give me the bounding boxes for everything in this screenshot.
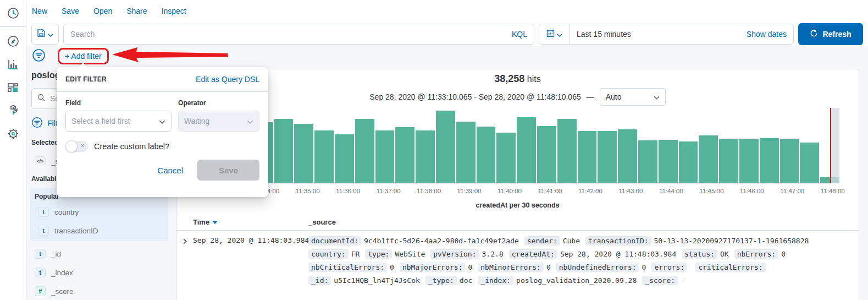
management-gear-icon[interactable]	[7, 127, 20, 140]
source-field-criticalErrors: criticalErrors:	[695, 261, 768, 274]
nav-link-open[interactable]: Open	[93, 7, 112, 15]
cancel-button[interactable]: Cancel	[157, 166, 183, 175]
histogram-bar-11:46:30[interactable]	[760, 138, 779, 183]
histogram-bar-11:38:00[interactable]	[416, 130, 435, 183]
source-field-name: status:	[682, 249, 717, 259]
nav-link-new[interactable]: New	[32, 7, 47, 15]
interval-select[interactable]: Auto	[600, 88, 666, 106]
source-field-value: u5Ic1HQB_ln4Tj4JsCok	[334, 276, 420, 285]
dashboard-icon[interactable]	[7, 81, 20, 94]
histogram-bar-11:47:00[interactable]	[780, 139, 799, 183]
x-axis-title: createdAt per 30 seconds	[176, 201, 859, 209]
histogram-bar-11:45:00[interactable]	[699, 135, 718, 183]
time-range-value[interactable]: Last 15 minutes	[570, 30, 747, 39]
refresh-label: Refresh	[822, 30, 851, 39]
source-field-value: 0	[390, 263, 394, 271]
source-field-_type: _type:doc	[425, 274, 472, 287]
histogram-bar-11:38:30[interactable]	[436, 111, 455, 183]
field-item-country[interactable]: tcountry	[35, 203, 168, 221]
available-fields-list: t_idt_index#_scoret_type	[31, 244, 176, 300]
search-input[interactable]: Search KQL	[63, 24, 534, 45]
histogram-bar-11:43:30[interactable]	[638, 140, 657, 183]
histogram-chart[interactable]	[234, 108, 839, 183]
nav-link-share[interactable]: Share	[126, 7, 147, 15]
expand-row-icon[interactable]	[182, 237, 188, 247]
histogram-bar-11:45:30[interactable]	[719, 139, 738, 183]
edit-as-query-dsl-link[interactable]: Edit as Query DSL	[196, 75, 259, 84]
source-column-header: _source	[308, 218, 336, 226]
field-item-_index[interactable]: t_index	[31, 263, 176, 282]
field-item-transactionID[interactable]: ttransactionID	[35, 221, 168, 240]
doc-time-cell: Sep 28, 2020 @ 11:48:03.984	[193, 236, 309, 244]
histogram-bar-11:44:30[interactable]	[679, 141, 698, 183]
source-field-name: nbCriticalErrors:	[308, 263, 387, 272]
source-field-value: doc	[460, 276, 472, 285]
histogram-bar-11:34:30[interactable]	[274, 119, 294, 183]
doc-source-cell: documentId:9c4b1ffc-5d26-4aa2-980d-fa1c4…	[308, 234, 851, 287]
nav-link-save[interactable]: Save	[62, 7, 79, 15]
custom-label-toggle[interactable]: ×	[65, 141, 89, 152]
popup-title: EDIT FILTER	[65, 75, 107, 83]
source-field-value: FR	[351, 250, 360, 258]
histogram-bar-11:35:30[interactable]	[314, 130, 334, 183]
field-item-_id[interactable]: t_id	[31, 244, 176, 263]
x-tick-11:48:00: 11:48:00	[821, 188, 845, 194]
histogram-bar-11:35:00[interactable]	[294, 124, 313, 183]
recent-clock-icon[interactable]	[7, 7, 20, 20]
field-item-_score[interactable]: #_score	[31, 282, 176, 300]
histogram-bar-11:36:30[interactable]	[355, 119, 374, 183]
kql-label[interactable]: KQL	[506, 30, 527, 39]
histogram-bar-11:42:30[interactable]	[598, 131, 617, 183]
save-button-disabled[interactable]: Save	[197, 160, 259, 181]
custom-label-text: Create custom label?	[94, 142, 169, 151]
operator-select-disabled: Waiting	[178, 111, 259, 132]
dev-tools-wrench-icon[interactable]	[7, 104, 20, 117]
source-field-name: createdAt:	[509, 249, 557, 259]
hits-count: 38,258 hits	[176, 69, 859, 85]
histogram-bar-11:36:00[interactable]	[335, 134, 354, 183]
histogram-bar-11:39:00[interactable]	[456, 122, 476, 183]
source-field-name: type:	[365, 249, 392, 259]
source-field-name: transactionID:	[585, 236, 651, 246]
histogram-bar-11:41:00[interactable]	[537, 126, 556, 183]
visualize-chart-icon[interactable]	[7, 58, 20, 71]
source-field-nbMajorErrors: nbMajorErrors:0	[400, 261, 472, 274]
saved-query-menu-button[interactable]	[31, 24, 59, 45]
doc-table-header: Time _source	[176, 214, 859, 231]
histogram-bar-11:37:30[interactable]	[395, 127, 414, 183]
sort-desc-icon	[212, 221, 218, 224]
refresh-icon	[810, 29, 818, 39]
current-time-marker	[830, 108, 831, 183]
source-field-value: 0	[546, 263, 551, 271]
source-field-value: 0	[781, 250, 786, 258]
chevron-down-icon	[159, 117, 165, 126]
histogram-bar-11:39:30[interactable]	[477, 127, 496, 183]
discover-compass-icon[interactable]	[7, 35, 20, 48]
histogram-bar-11:42:00[interactable]	[578, 131, 597, 183]
histogram-bar-11:46:00[interactable]	[739, 139, 759, 183]
filter-menu-icon[interactable]	[32, 48, 46, 64]
save-disk-icon	[37, 29, 46, 40]
x-tick-11:44:00: 11:44:00	[659, 188, 683, 194]
operator-label: Operator	[178, 99, 259, 107]
top-nav-links: NewSaveOpenShareInspect	[26, 0, 868, 22]
source-field-name: nbErrors:	[734, 249, 778, 259]
histogram-bar-11:40:00[interactable]	[496, 133, 516, 183]
histogram-bar-11:41:30[interactable]	[557, 119, 577, 183]
x-tick-11:35:00: 11:35:00	[296, 188, 320, 194]
histogram-bar-11:40:30[interactable]	[517, 117, 536, 183]
histogram-bar-11:37:00[interactable]	[375, 130, 395, 183]
calendar-icon	[546, 29, 555, 40]
nav-link-inspect[interactable]: Inspect	[162, 7, 186, 15]
field-select[interactable]: Select a field first	[65, 111, 172, 132]
field-type-icon: #	[35, 286, 46, 296]
add-filter-button[interactable]: + Add filter	[65, 52, 102, 61]
calendar-menu-button[interactable]	[539, 24, 570, 44]
time-column-header[interactable]: Time	[193, 218, 218, 226]
show-dates-link[interactable]: Show dates	[747, 30, 793, 39]
refresh-button[interactable]: Refresh	[798, 23, 863, 45]
x-tick-11:43:00: 11:43:00	[618, 188, 643, 194]
histogram-bar-11:47:30[interactable]	[800, 143, 819, 183]
histogram-bar-11:44:00[interactable]	[659, 140, 678, 183]
histogram-bar-11:43:00[interactable]	[618, 129, 637, 183]
